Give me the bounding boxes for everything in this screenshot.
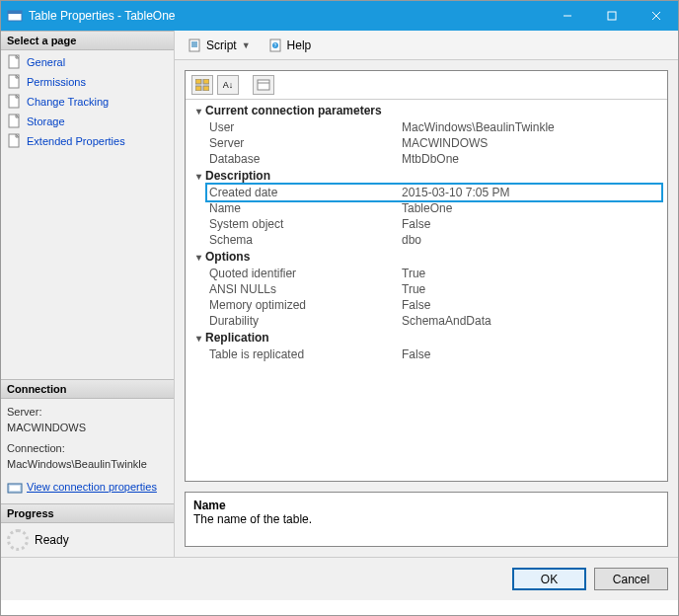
property-row[interactable]: UserMacWindows\BeaulinTwinkle	[191, 119, 661, 135]
property-row[interactable]: DatabaseMtbDbOne	[191, 151, 661, 167]
property-key: Quoted identifier	[209, 267, 402, 280]
svg-rect-23	[203, 79, 209, 84]
svg-rect-18	[189, 39, 199, 51]
collapse-icon: ▾	[191, 252, 205, 263]
page-icon	[7, 74, 23, 90]
property-value: MACWINDOWS	[402, 136, 661, 150]
group-name: Replication	[205, 331, 269, 345]
sidebar-item-label: Permissions	[27, 76, 86, 88]
property-row[interactable]: ServerMACWINDOWS	[191, 135, 661, 151]
view-connection-link[interactable]: View connection properties	[27, 480, 157, 495]
page-icon	[7, 54, 23, 70]
connection-header: Connection	[1, 379, 174, 399]
spinner-icon	[7, 529, 29, 551]
property-value: MtbDbOne	[402, 152, 661, 166]
property-value: True	[402, 282, 661, 296]
property-value: False	[402, 298, 661, 312]
property-row[interactable]: ANSI NULLsTrue	[191, 281, 661, 297]
select-page-header: Select a page	[1, 31, 174, 50]
property-value: 2015-03-10 7:05 PM	[402, 186, 661, 199]
sidebar-item-storage[interactable]: Storage	[1, 112, 174, 131]
minimize-button[interactable]	[545, 1, 589, 31]
connection-value: MacWindows\BeaulinTwinkle	[7, 457, 168, 472]
script-icon	[188, 38, 203, 53]
property-group-header[interactable]: ▾Description	[191, 167, 661, 185]
progress-block: Ready	[1, 523, 174, 557]
cancel-button[interactable]: Cancel	[594, 568, 668, 590]
property-group-header[interactable]: ▾Options	[191, 248, 661, 266]
property-pages-button[interactable]	[253, 75, 274, 95]
property-row[interactable]: System objectFalse	[191, 216, 661, 232]
connection-info: Server: MACWINDOWS Connection: MacWindow…	[1, 399, 174, 503]
svg-rect-26	[258, 80, 269, 90]
script-label: Script	[206, 38, 237, 52]
property-key: Table is replicated	[209, 347, 402, 361]
property-key: System object	[209, 217, 402, 231]
alphabetical-button[interactable]: A↓	[217, 75, 239, 95]
sidebar-item-label: General	[27, 56, 65, 68]
sidebar-item-label: Extended Properties	[27, 135, 125, 147]
property-key: Name	[209, 201, 402, 215]
sidebar-item-label: Change Tracking	[27, 96, 109, 108]
property-group-header[interactable]: ▾Replication	[191, 329, 661, 346]
property-key: Database	[209, 152, 402, 166]
help-button[interactable]: ? Help	[262, 35, 319, 56]
property-row[interactable]: Created date2015-03-10 7:05 PM	[191, 185, 661, 200]
property-key: Server	[209, 136, 402, 150]
group-name: Current connection parameters	[205, 104, 382, 117]
main-panel: Script ▼ ? Help A↓ ▾Current connection p…	[175, 31, 678, 557]
sidebar: Select a page General Permissions Change…	[1, 31, 175, 557]
group-name: Description	[205, 169, 270, 183]
collapse-icon: ▾	[191, 171, 205, 182]
property-key: Schema	[209, 233, 402, 247]
property-grid[interactable]: ▾Current connection parametersUserMacWin…	[186, 100, 667, 481]
maximize-button[interactable]	[589, 1, 634, 31]
property-value: SchemaAndData	[402, 314, 661, 328]
sidebar-item-extended-properties[interactable]: Extended Properties	[1, 131, 174, 151]
collapse-icon: ▾	[191, 106, 205, 116]
collapse-icon: ▾	[191, 333, 205, 344]
property-row[interactable]: NameTableOne	[191, 200, 661, 216]
property-value: True	[402, 267, 661, 280]
svg-rect-17	[10, 486, 20, 491]
server-label: Server:	[7, 405, 168, 420]
toolbar: Script ▼ ? Help	[175, 31, 678, 60]
progress-header: Progress	[1, 503, 174, 523]
property-row[interactable]: Quoted identifierTrue	[191, 266, 661, 281]
ok-button[interactable]: OK	[512, 568, 586, 590]
svg-rect-24	[195, 86, 201, 91]
description-text: The name of the table.	[193, 512, 659, 526]
sidebar-item-permissions[interactable]: Permissions	[1, 72, 174, 92]
page-list: General Permissions Change Tracking Stor…	[1, 50, 174, 153]
chevron-down-icon: ▼	[242, 40, 251, 50]
property-value: TableOne	[402, 201, 661, 215]
sidebar-item-label: Storage	[27, 116, 65, 127]
svg-rect-25	[203, 86, 209, 91]
property-row[interactable]: Schemadbo	[191, 232, 661, 248]
property-row[interactable]: Memory optimizedFalse	[191, 297, 661, 313]
svg-rect-22	[195, 79, 201, 84]
property-group-header[interactable]: ▾Current connection parameters	[191, 102, 661, 119]
property-value: False	[402, 217, 661, 231]
progress-status: Ready	[35, 533, 69, 547]
page-icon	[7, 94, 23, 110]
categorized-button[interactable]	[191, 75, 213, 95]
svg-text:?: ?	[273, 42, 276, 48]
svg-rect-1	[8, 11, 22, 14]
page-icon	[7, 114, 23, 129]
property-toolbar: A↓	[186, 71, 667, 100]
property-row[interactable]: DurabilitySchemaAndData	[191, 313, 661, 329]
property-value: MacWindows\BeaulinTwinkle	[402, 120, 661, 134]
sidebar-item-change-tracking[interactable]: Change Tracking	[1, 92, 174, 112]
sidebar-item-general[interactable]: General	[1, 52, 174, 72]
help-label: Help	[287, 38, 312, 52]
title-bar: Table Properties - TableOne	[1, 1, 678, 31]
property-key: User	[209, 120, 402, 134]
property-value: dbo	[402, 233, 661, 247]
property-row[interactable]: Table is replicatedFalse	[191, 346, 661, 362]
server-value: MACWINDOWS	[7, 421, 168, 435]
close-button[interactable]	[634, 1, 678, 31]
script-button[interactable]: Script ▼	[181, 35, 258, 56]
group-name: Options	[205, 250, 250, 264]
connection-icon	[7, 480, 23, 496]
